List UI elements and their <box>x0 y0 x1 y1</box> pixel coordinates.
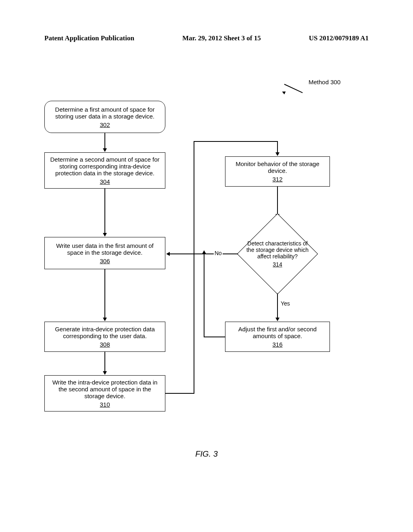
step-306: Write user data in the first amount of s… <box>44 237 165 269</box>
step-312-ref: 312 <box>272 176 282 183</box>
step-306-text: Write user data in the first amount of s… <box>49 242 161 256</box>
arrow-head-302-304 <box>103 148 107 152</box>
step-316-text: Adjust the first and/or second amounts o… <box>229 326 325 339</box>
arrow-306-308 <box>104 269 105 318</box>
figure-label: FIG. 3 <box>0 449 413 459</box>
step-310: Write the intra-device protection data i… <box>44 375 165 411</box>
arrow-310-up-v <box>194 141 194 393</box>
arrow-316-left-h <box>204 337 225 337</box>
arrow-312-314 <box>277 187 278 215</box>
arrow-head-308-310 <box>103 371 107 375</box>
flowchart-diagram: Method 300 Determine a first amount of s… <box>44 77 367 459</box>
step-308-ref: 308 <box>100 341 110 348</box>
step-302-ref: 302 <box>100 121 110 128</box>
arrow-308-310 <box>104 352 105 372</box>
step-302-text: Determine a first amount of space for st… <box>49 106 161 120</box>
header-right: US 2012/0079189 A1 <box>309 34 369 42</box>
decision-314-ref: 314 <box>273 261 282 268</box>
step-316: Adjust the first and/or second amounts o… <box>225 322 330 352</box>
edge-no-label: No <box>214 250 223 256</box>
arrow-head-306-308 <box>103 318 107 321</box>
arrow-top-into-312-h <box>194 141 277 142</box>
step-304-text: Determine a second amount of space for s… <box>49 156 161 177</box>
arrow-head-into-312 <box>275 152 280 156</box>
arrow-310-right-h <box>165 393 194 394</box>
step-308: Generate intra-device protection data co… <box>44 322 165 352</box>
decision-314-text: Detect characteristics of the storage de… <box>245 240 310 260</box>
arrow-yes-v <box>277 293 278 318</box>
step-308-text: Generate intra-device protection data co… <box>49 326 161 339</box>
arrow-304-306 <box>104 189 105 234</box>
decision-314: Detect characteristics of the storage de… <box>237 214 318 294</box>
header-center: Mar. 29, 2012 Sheet 3 of 15 <box>182 34 261 42</box>
arrow-head-yes <box>275 318 280 321</box>
step-304-ref: 304 <box>100 178 110 185</box>
page-header: Patent Application Publication Mar. 29, … <box>0 34 413 42</box>
edge-yes-label: Yes <box>280 300 291 307</box>
arrow-316-left-v <box>204 254 204 337</box>
arrow-302-304 <box>104 133 105 149</box>
arrow-top-into-312-v <box>277 141 278 153</box>
step-310-ref: 310 <box>100 401 110 408</box>
step-312: Monitor behavior of the storage device. … <box>225 156 330 187</box>
header-left: Patent Application Publication <box>44 34 134 42</box>
step-316-ref: 316 <box>272 341 282 348</box>
arrow-head-no <box>166 252 170 256</box>
step-306-ref: 306 <box>100 258 110 264</box>
method-pointer-icon <box>284 84 309 96</box>
step-304: Determine a second amount of space for s… <box>44 152 165 189</box>
step-312-text: Monitor behavior of the storage device. <box>229 160 325 174</box>
step-310-text: Write the intra-device protection data i… <box>49 379 161 399</box>
step-302: Determine a first amount of space for st… <box>44 101 165 133</box>
arrow-head-304-306 <box>103 233 107 237</box>
arrow-head-316-loop <box>202 250 206 254</box>
method-label: Method 300 <box>309 79 340 85</box>
